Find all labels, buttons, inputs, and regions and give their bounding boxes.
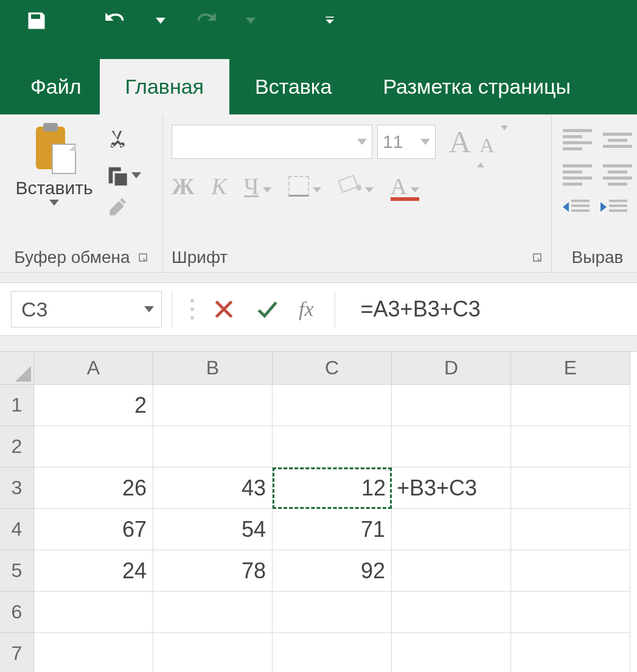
increase-indent-button[interactable]	[600, 200, 627, 214]
cell-C6[interactable]	[273, 592, 392, 633]
undo-dropdown-icon[interactable]	[148, 9, 173, 33]
cell-D4[interactable]	[392, 509, 511, 550]
cell-C7[interactable]	[273, 633, 392, 672]
bold-button[interactable]: Ж	[172, 173, 195, 200]
cell-B4[interactable]: 54	[153, 509, 273, 550]
clipboard-dialog-launcher-icon[interactable]	[137, 248, 148, 267]
column-header[interactable]: D	[392, 352, 511, 385]
cell-A6[interactable]	[34, 592, 153, 633]
cell-C3[interactable]: 12	[273, 467, 392, 509]
redo-icon[interactable]	[193, 9, 218, 33]
paste-icon	[32, 127, 76, 174]
column-header[interactable]: A	[34, 352, 153, 385]
formula-enter-button[interactable]	[245, 298, 288, 321]
row-header[interactable]: 5	[0, 550, 34, 592]
paste-label: Вставить	[15, 178, 92, 198]
decrease-indent-button[interactable]	[563, 200, 590, 214]
save-icon[interactable]	[24, 9, 49, 33]
cell-B5[interactable]: 78	[153, 550, 273, 592]
formula-input[interactable]: =A3+B3+C3	[345, 296, 637, 322]
underline-button[interactable]: Ч	[244, 173, 271, 200]
cell-D7[interactable]	[392, 633, 511, 672]
font-size-dropdown-icon[interactable]	[420, 139, 430, 145]
column-header[interactable]: E	[511, 352, 630, 385]
cell-E1[interactable]	[511, 385, 630, 426]
row-header[interactable]: 4	[0, 509, 34, 550]
cell-E7[interactable]	[511, 633, 630, 672]
align-middle-button[interactable]	[603, 129, 632, 153]
name-box-value: C3	[21, 298, 47, 321]
cell-D1[interactable]	[392, 385, 511, 426]
align-left-button[interactable]	[563, 164, 592, 189]
column-header[interactable]: C	[273, 352, 392, 385]
cell-C1[interactable]	[273, 385, 392, 426]
group-clipboard-label: Буфер обмена	[14, 248, 130, 267]
shrink-font-button[interactable]: А	[479, 134, 502, 157]
cell-B3[interactable]: 43	[153, 467, 273, 509]
row-header[interactable]: 2	[0, 426, 34, 467]
cell-A2[interactable]	[34, 426, 153, 467]
row-header[interactable]: 6	[0, 592, 34, 633]
group-font: 11 А А Ж К Ч	[163, 114, 552, 272]
align-top-button[interactable]	[563, 129, 592, 153]
grow-font-button[interactable]: А	[449, 124, 478, 159]
font-name-combo[interactable]	[172, 125, 372, 159]
row-header[interactable]: 1	[0, 385, 34, 426]
column-header[interactable]: B	[153, 352, 273, 385]
paste-dropdown-icon[interactable]	[49, 200, 59, 206]
customize-qat-icon[interactable]	[318, 9, 342, 33]
redo-dropdown-icon[interactable]	[238, 9, 263, 33]
font-color-button[interactable]: А	[391, 173, 419, 200]
format-painter-button[interactable]	[105, 196, 141, 223]
cell-D2[interactable]	[392, 426, 511, 467]
formula-cancel-button[interactable]	[203, 298, 245, 321]
cell-A1[interactable]: 2	[34, 385, 153, 426]
cell-A5[interactable]: 24	[34, 550, 153, 592]
spreadsheet-grid[interactable]: ABCDE1223264312+B3+C34675471524789267	[0, 352, 637, 672]
cell-D6[interactable]	[392, 592, 511, 633]
cell-A4[interactable]: 67	[34, 509, 153, 550]
cell-B2[interactable]	[153, 426, 273, 467]
cell-C2[interactable]	[273, 426, 392, 467]
font-size-combo[interactable]: 11	[377, 125, 436, 159]
copy-button[interactable]	[105, 163, 141, 187]
tab-file[interactable]: Файл	[17, 59, 100, 114]
cell-E5[interactable]	[511, 550, 630, 592]
row-header[interactable]: 3	[0, 467, 34, 509]
fill-color-button[interactable]	[338, 173, 374, 200]
svg-rect-0	[325, 16, 333, 18]
undo-icon[interactable]	[103, 9, 128, 33]
cell-E3[interactable]	[511, 467, 630, 509]
cell-C5[interactable]: 92	[273, 550, 392, 592]
cell-D5[interactable]	[392, 550, 511, 592]
tab-insert[interactable]: Вставка	[229, 59, 357, 114]
cell-A3[interactable]: 26	[34, 467, 153, 509]
group-clipboard: Вставить Буфер обмена	[0, 114, 163, 272]
group-alignment: Вырав	[552, 114, 637, 272]
italic-button[interactable]: К	[212, 173, 227, 200]
name-box[interactable]: C3	[11, 291, 162, 327]
tab-home[interactable]: Главная	[100, 59, 229, 114]
insert-function-button[interactable]: fx	[288, 298, 325, 321]
cut-button[interactable]	[105, 128, 141, 155]
formula-bar-expand-icon[interactable]	[182, 299, 203, 320]
cell-B6[interactable]	[153, 592, 273, 633]
cell-B1[interactable]	[153, 385, 273, 426]
cell-E2[interactable]	[511, 426, 630, 467]
paste-button[interactable]: Вставить	[9, 124, 100, 206]
quick-access-toolbar	[0, 0, 637, 41]
cell-B7[interactable]	[153, 633, 273, 672]
row-header[interactable]: 7	[0, 633, 34, 672]
tab-page-layout[interactable]: Разметка страницы	[357, 59, 596, 114]
select-all-corner[interactable]	[0, 352, 34, 385]
cell-C4[interactable]: 71	[273, 509, 392, 550]
cell-A7[interactable]	[34, 633, 153, 672]
cell-E4[interactable]	[511, 509, 630, 550]
cell-E6[interactable]	[511, 592, 630, 633]
font-dialog-launcher-icon[interactable]	[532, 248, 543, 267]
align-center-button[interactable]	[603, 164, 632, 189]
cell-D3[interactable]: +B3+C3	[392, 467, 511, 509]
name-box-dropdown-icon[interactable]	[144, 306, 154, 312]
font-name-dropdown-icon[interactable]	[357, 139, 367, 145]
borders-button[interactable]	[288, 173, 321, 200]
